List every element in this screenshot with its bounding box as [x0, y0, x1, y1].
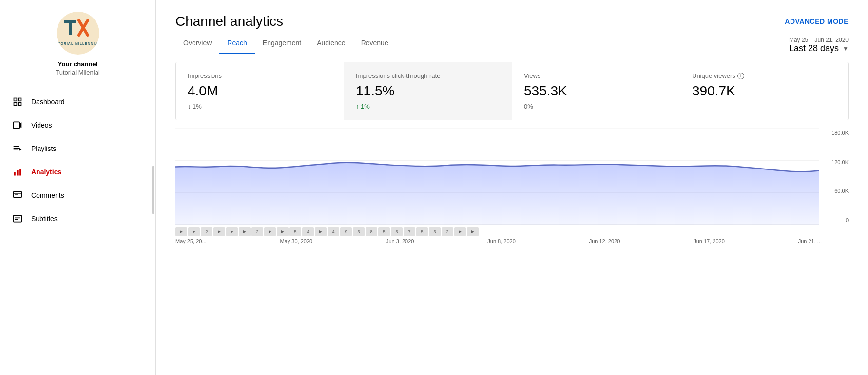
svg-marker-37: [459, 230, 462, 233]
svg-marker-34: [269, 230, 271, 233]
chart-area: 180.0K 120.0K 60.0K 0: [175, 128, 849, 244]
video-marker[interactable]: 4: [302, 227, 314, 236]
svg-rect-14: [14, 150, 18, 150]
x-label-3: Jun 8, 2020: [487, 238, 516, 244]
video-marker[interactable]: [264, 227, 276, 236]
metric-unique-viewers[interactable]: Unique viewers i 390.7K: [680, 62, 848, 120]
channel-section: TUTORIAL MILLENNIALS Your channel Tutori…: [0, 0, 155, 86]
svg-rect-7: [19, 98, 21, 101]
video-marker[interactable]: [467, 227, 479, 236]
advanced-mode-button[interactable]: ADVANCED MODE: [785, 18, 849, 25]
video-marker[interactable]: 3: [429, 227, 441, 236]
sidebar-item-dashboard[interactable]: Dashboard: [0, 90, 155, 113]
svg-rect-12: [14, 146, 19, 147]
svg-rect-13: [14, 148, 19, 149]
video-marker[interactable]: [277, 227, 289, 236]
views-label: Views: [524, 72, 668, 79]
tabs-row: Overview Reach Engagement Audience Reven…: [156, 33, 789, 54]
video-marker[interactable]: [226, 227, 238, 236]
dropdown-arrow-icon: ▼: [843, 45, 849, 52]
tab-overview[interactable]: Overview: [175, 33, 219, 54]
svg-marker-38: [471, 230, 474, 233]
video-marker[interactable]: [315, 227, 327, 236]
info-icon: i: [737, 73, 744, 79]
x-label-6: Jun 21, ...: [798, 238, 822, 244]
comments-label: Comments: [31, 191, 64, 199]
video-marker[interactable]: 5: [289, 227, 301, 236]
tab-audience[interactable]: Audience: [309, 33, 353, 54]
video-marker[interactable]: [239, 227, 251, 236]
analytics-icon: [12, 166, 23, 178]
x-label-2: Jun 3, 2020: [386, 238, 414, 244]
impressions-label: Impressions: [188, 72, 332, 79]
channel-name: Tutorial Milenial: [56, 69, 100, 76]
x-axis-labels: May 25, 20... May 30, 2020 Jun 3, 2020 J…: [175, 238, 849, 244]
date-selector[interactable]: May 25 – Jun 21, 2020 Last 28 days ▼: [789, 37, 849, 54]
ctr-value: 11.5%: [356, 83, 500, 99]
video-marker[interactable]: [213, 227, 225, 236]
ctr-label: Impressions click-through rate: [356, 72, 500, 79]
subtitles-label: Subtitles: [31, 215, 58, 223]
y-label-180k: 180.0K: [822, 130, 849, 136]
chart-container: 180.0K 120.0K 60.0K 0: [175, 128, 849, 225]
playlists-label: Playlists: [31, 145, 56, 152]
x-label-1: May 30, 2020: [280, 238, 312, 244]
video-marker[interactable]: 9: [340, 227, 352, 236]
tab-revenue[interactable]: Revenue: [353, 33, 396, 54]
sidebar-item-playlists[interactable]: Playlists: [0, 137, 155, 160]
chart-area-fill: [175, 163, 819, 225]
sidebar-item-subtitles[interactable]: Subtitles: [0, 207, 155, 230]
comment-icon: [12, 189, 23, 201]
svg-rect-18: [19, 169, 21, 175]
video-marker[interactable]: 7: [404, 227, 415, 236]
video-icon: [12, 119, 23, 131]
nav-items: Dashboard Videos Playlists: [0, 86, 155, 234]
scrollbar[interactable]: [152, 166, 154, 214]
svg-marker-35: [281, 230, 284, 233]
video-marker[interactable]: 5: [416, 227, 428, 236]
svg-marker-33: [243, 230, 246, 233]
y-axis-labels: 180.0K 120.0K 60.0K 0: [822, 128, 849, 225]
video-marker[interactable]: [454, 227, 466, 236]
video-markers-row: 22544938557532: [175, 227, 849, 236]
video-marker[interactable]: 8: [366, 227, 377, 236]
video-marker[interactable]: [175, 227, 187, 236]
video-marker[interactable]: 5: [391, 227, 403, 236]
tab-engagement[interactable]: Engagement: [255, 33, 309, 54]
sidebar-item-comments[interactable]: Comments: [0, 184, 155, 207]
video-marker[interactable]: 4: [328, 227, 339, 236]
svg-rect-17: [17, 170, 18, 176]
chart-svg-wrapper: [175, 128, 819, 225]
videos-label: Videos: [31, 121, 52, 129]
video-marker[interactable]: 2: [251, 227, 263, 236]
svg-marker-15: [19, 148, 21, 151]
playlist-icon: [12, 143, 23, 154]
tab-reach[interactable]: Reach: [219, 33, 254, 54]
video-marker[interactable]: 2: [201, 227, 212, 236]
metric-views[interactable]: Views 535.3K 0%: [512, 62, 680, 120]
svg-marker-29: [180, 230, 183, 233]
video-marker[interactable]: 3: [353, 227, 365, 236]
video-marker[interactable]: 5: [378, 227, 390, 236]
video-marker[interactable]: 2: [442, 227, 453, 236]
channel-label: Your channel: [58, 60, 97, 68]
unique-viewers-label: Unique viewers i: [692, 72, 836, 79]
date-range-label: May 25 – Jun 21, 2020: [789, 37, 849, 43]
sidebar-item-analytics[interactable]: Analytics: [0, 160, 155, 184]
main-content: Channel analytics ADVANCED MODE Overview…: [156, 0, 868, 375]
metric-ctr[interactable]: Impressions click-through rate 11.5% ↑ 1…: [344, 62, 512, 120]
views-change: 0%: [524, 103, 668, 110]
svg-marker-30: [193, 230, 195, 233]
metric-impressions[interactable]: Impressions 4.0M ↓ 1%: [176, 62, 344, 120]
svg-rect-2: [69, 20, 72, 35]
sidebar-item-videos[interactable]: Videos: [0, 113, 155, 137]
subtitles-icon: [12, 213, 23, 225]
impressions-value: 4.0M: [188, 83, 332, 99]
avatar[interactable]: TUTORIAL MILLENNIALS: [57, 12, 99, 55]
sidebar: TUTORIAL MILLENNIALS Your channel Tutori…: [0, 0, 156, 375]
svg-rect-22: [14, 215, 22, 222]
analytics-label: Analytics: [31, 168, 61, 176]
video-marker[interactable]: [188, 227, 200, 236]
svg-rect-6: [14, 98, 17, 101]
date-range-select[interactable]: Last 28 days ▼: [789, 43, 849, 54]
